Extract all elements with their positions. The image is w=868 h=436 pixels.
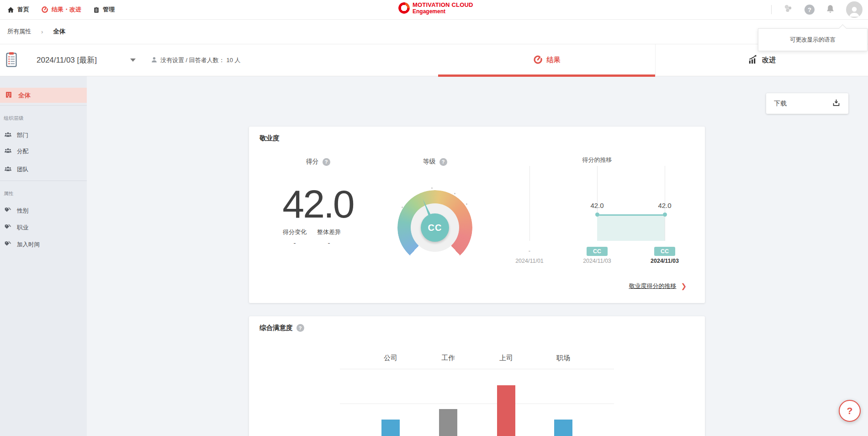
nav-item-admin[interactable]: 管理	[93, 5, 115, 14]
gauge-icon	[533, 55, 543, 66]
sidebar-item-label: 职业	[17, 224, 28, 232]
question-icon[interactable]: ?	[296, 324, 304, 332]
top-nav-right: ?	[771, 0, 863, 19]
language-tooltip-text: 可更改显示的语言	[790, 36, 836, 44]
sidebar-item-join-date[interactable]: 加入时间	[0, 236, 87, 253]
nav-item-label: 首页	[17, 5, 29, 14]
score-label: 得分	[306, 158, 319, 166]
trend-point	[595, 213, 599, 217]
trend-line	[597, 214, 665, 216]
sidebar-divider	[0, 181, 87, 181]
sidebar-item-label: 加入时间	[17, 241, 40, 249]
logo-subtitle: Engagement	[413, 9, 473, 14]
trend-grade-empty: -	[516, 247, 543, 254]
chart-gridline	[340, 404, 614, 404]
trend-area-fill	[597, 215, 665, 241]
engagement-card: 敬业度 得分 ? 42.0 得分变化 整体差异 - - 等级 ? CC 得分的推…	[249, 127, 705, 303]
survey-date-selector[interactable]: 2024/11/03 [最新]	[37, 44, 97, 76]
breadcrumb-current: 全体	[53, 27, 65, 36]
building-icon	[0, 91, 12, 100]
language-tooltip[interactable]: 可更改显示的语言	[758, 28, 868, 51]
nav-item-home[interactable]: 首页	[7, 5, 29, 14]
trend-value: 42.0	[574, 202, 620, 209]
sidebar-item-label: 团队	[17, 166, 28, 174]
logo-title: MOTIVATION CLOUD	[413, 2, 473, 8]
download-icon	[832, 98, 841, 109]
engagement-score: 42.0	[249, 182, 387, 226]
sidebar-item-label: 全体	[18, 91, 31, 100]
sidebar-item-team[interactable]: 团队	[0, 161, 87, 178]
floating-help-button[interactable]: ?	[839, 400, 861, 422]
sidebar-item-label: 分配	[17, 148, 28, 155]
bar-work	[439, 409, 457, 436]
satisfaction-card-title: 综合满意度 ?	[259, 324, 304, 332]
bar-workplace	[554, 420, 572, 436]
top-nav: 首页 结果・改进 管理 MOTIVATION CLOUD Engagement …	[0, 0, 868, 20]
grade-label: 等级	[423, 158, 436, 166]
avatar[interactable]	[846, 1, 863, 18]
sidebar-item-overall[interactable]: 全体	[0, 88, 87, 103]
logo-donut-icon	[398, 2, 410, 14]
breadcrumb-root[interactable]: 所有属性	[7, 27, 31, 36]
satisfaction-card: 综合满意度 ? 公司 工作 上司 职场	[249, 316, 705, 436]
tags-icon	[0, 240, 12, 250]
question-icon[interactable]: ?	[439, 158, 447, 166]
chart-increase-icon	[747, 54, 758, 66]
chevron-right-icon: ❯	[681, 282, 687, 290]
trend-title: 得分的推移	[529, 156, 665, 164]
overall-diff-label: 整体差异	[295, 228, 363, 236]
sidebar-item-assignment[interactable]: 分配	[0, 143, 87, 160]
trend-grade-chip: CC	[587, 247, 608, 256]
nav-item-label: 结果・改进	[52, 5, 81, 14]
tab-results[interactable]: 结果	[438, 44, 655, 76]
question-icon[interactable]: ?	[323, 158, 330, 166]
engagement-trend-link[interactable]: 敬业度得分的推移 ❯	[629, 282, 687, 290]
sidebar-item-label: 部门	[17, 132, 28, 139]
active-tab-underline	[438, 74, 655, 77]
people-group-icon	[0, 165, 12, 175]
respondents-info: 没有设置 / 回答者人数： 10 人	[151, 44, 241, 76]
bar-company	[381, 420, 400, 436]
bar-category: 公司	[363, 354, 418, 362]
trend-date-current: 2024/11/03	[637, 258, 692, 264]
grade-gauge: CC	[397, 190, 472, 265]
trend-point	[663, 213, 667, 217]
download-label: 下载	[774, 100, 787, 108]
people-group-icon	[0, 147, 12, 156]
nav-item-label: 管理	[103, 5, 115, 14]
sidebar: 全体 组织层级 部门 分配 团队 属性 性别 职业 加入时间	[0, 76, 87, 436]
bar-category: 职场	[536, 354, 591, 362]
breadcrumb: 所有属性 › 全体	[0, 19, 868, 44]
home-icon	[7, 6, 14, 13]
sidebar-divider	[0, 105, 87, 106]
chevron-down-icon[interactable]	[130, 58, 136, 62]
download-button[interactable]: 下载	[766, 93, 848, 114]
bell-icon[interactable]	[826, 4, 835, 16]
people-group-icon	[0, 131, 12, 140]
sidebar-item-occupation[interactable]: 职业	[0, 219, 87, 236]
tags-icon	[0, 223, 12, 233]
apps-icon[interactable]	[783, 3, 794, 16]
chart-gridline	[340, 369, 614, 369]
nav-divider	[771, 5, 772, 14]
sidebar-item-gender[interactable]: 性别	[0, 202, 87, 219]
gauge-icon	[41, 6, 48, 13]
motivation-cloud-logo: MOTIVATION CLOUD Engagement	[398, 2, 473, 14]
sidebar-item-department[interactable]: 部门	[0, 127, 87, 144]
sidebar-section-attributes: 属性	[4, 191, 14, 197]
gauge-tick	[466, 203, 467, 205]
toolbar: 2024/11/03 [最新] 没有设置 / 回答者人数： 10 人 结果 改进	[0, 44, 868, 76]
tab-label: 改进	[762, 56, 776, 64]
gauge-grade-value: CC	[421, 213, 449, 242]
survey-clipboard-icon	[6, 52, 17, 69]
tags-icon	[0, 206, 12, 216]
trend-value: 42.0	[642, 202, 688, 209]
nav-item-results-improve[interactable]: 结果・改进	[41, 5, 81, 14]
bar-category: 上司	[479, 354, 534, 362]
help-icon[interactable]: ?	[804, 5, 815, 15]
chevron-right-icon: ›	[41, 28, 43, 35]
gauge-tick	[431, 187, 433, 189]
top-nav-left: 首页 结果・改进 管理	[7, 0, 115, 19]
respondents-text: 没有设置 / 回答者人数： 10 人	[160, 56, 241, 64]
engagement-card-title: 敬业度	[259, 134, 280, 143]
